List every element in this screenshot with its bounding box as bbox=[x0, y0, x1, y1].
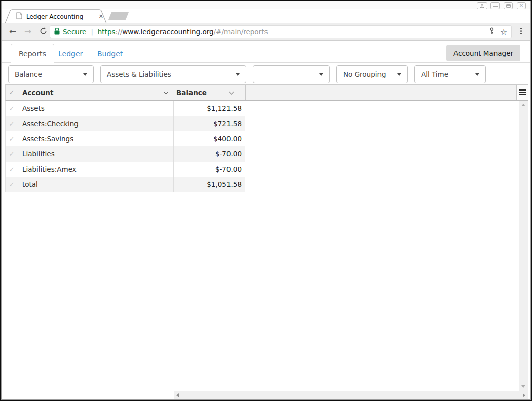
browser-tab[interactable]: Ledger Accounting ✕ bbox=[16, 12, 103, 21]
table-row[interactable]: ✓ Liabilities:Amex $-70.00 bbox=[6, 162, 245, 177]
tab-budget[interactable]: Budget bbox=[90, 44, 130, 63]
row-select-cell[interactable]: ✓ bbox=[6, 116, 18, 131]
time-range-select[interactable]: All Time bbox=[414, 65, 486, 83]
balance-cell: $1,051.58 bbox=[174, 177, 245, 192]
profile-button[interactable] bbox=[477, 2, 487, 9]
account-cell: Liabilities:Amex bbox=[18, 162, 174, 177]
table-header: ✓ Account Balance bbox=[5, 84, 528, 101]
bookmark-star-icon[interactable]: ☆ bbox=[500, 27, 507, 37]
app-nav: Reports Ledger Budget Account Manager bbox=[1, 44, 531, 63]
account-cell: Liabilities bbox=[18, 146, 174, 162]
column-header-account[interactable]: Account bbox=[18, 85, 174, 100]
page-icon bbox=[16, 12, 22, 21]
column-header-balance[interactable]: Balance bbox=[174, 85, 246, 100]
row-select-cell[interactable]: ✓ bbox=[6, 162, 18, 177]
url-separator: | bbox=[91, 28, 93, 36]
accounts-value: Assets & Liabilities bbox=[107, 70, 171, 78]
check-icon: ✓ bbox=[9, 105, 15, 112]
balance-cell: $721.58 bbox=[174, 116, 245, 131]
balance-cell: $-70.00 bbox=[174, 162, 245, 177]
browser-window: ✕ Ledger Accounting ✕ ← → Secure | https… bbox=[0, 0, 532, 401]
dropdown-caret-icon bbox=[236, 73, 240, 76]
grouping-value: No Grouping bbox=[343, 70, 386, 78]
check-icon: ✓ bbox=[9, 150, 15, 158]
report-type-value: Balance bbox=[15, 70, 42, 78]
account-cell: Assets:Checking bbox=[18, 116, 174, 131]
sort-chevron-icon[interactable] bbox=[229, 90, 234, 95]
browser-toolbar: ← → Secure | https://www.ledgeraccountin… bbox=[1, 23, 531, 41]
column-label: Balance bbox=[176, 89, 207, 97]
table-row-total[interactable]: ✓ total $1,051.58 bbox=[6, 177, 245, 192]
header-filler bbox=[246, 85, 517, 100]
dropdown-caret-icon bbox=[83, 73, 87, 76]
check-icon: ✓ bbox=[9, 181, 15, 188]
account-cell: Assets:Savings bbox=[18, 131, 174, 146]
row-select-cell[interactable]: ✓ bbox=[6, 131, 18, 146]
url-text[interactable]: https://www.ledgeraccounting.org/#/main/… bbox=[98, 28, 489, 36]
table-row[interactable]: ✓ Assets:Savings $400.00 bbox=[6, 131, 245, 146]
url-scheme-sep: :// bbox=[116, 28, 123, 36]
filter-bar: Balance Assets & Liabilities No Grouping… bbox=[8, 65, 486, 83]
url-path: /#/main/reports bbox=[214, 28, 268, 36]
accounts-select[interactable]: Assets & Liabilities bbox=[100, 65, 246, 83]
scroll-up-icon[interactable] bbox=[521, 104, 525, 106]
maximize-button[interactable] bbox=[504, 2, 513, 9]
browser-menu-icon[interactable] bbox=[520, 28, 522, 34]
lock-icon bbox=[54, 27, 60, 37]
app-content: Reports Ledger Budget Account Manager Ba… bbox=[1, 41, 531, 399]
tab-close-icon[interactable]: ✕ bbox=[99, 13, 103, 20]
column-label: Account bbox=[22, 89, 53, 97]
balance-cell: $-70.00 bbox=[174, 146, 245, 162]
window-close-icon: ✕ bbox=[519, 3, 523, 8]
window-close-button[interactable]: ✕ bbox=[517, 2, 526, 9]
back-icon[interactable]: ← bbox=[5, 27, 20, 36]
time-range-value: All Time bbox=[421, 70, 448, 78]
url-host: www.ledgeraccounting.org bbox=[122, 28, 213, 36]
tab-strip: Ledger Accounting ✕ bbox=[1, 9, 531, 23]
empty-select[interactable] bbox=[253, 65, 330, 83]
grouping-select[interactable]: No Grouping bbox=[336, 65, 408, 83]
account-manager-button[interactable]: Account Manager bbox=[446, 45, 520, 61]
maximize-icon bbox=[506, 4, 511, 8]
table-row[interactable]: ✓ Assets $1,121.58 bbox=[6, 101, 245, 116]
scroll-left-icon[interactable] bbox=[176, 393, 179, 397]
dropdown-caret-icon bbox=[319, 73, 323, 76]
horizontal-scrollbar[interactable] bbox=[174, 391, 528, 399]
balance-cell: $400.00 bbox=[174, 131, 245, 146]
scroll-down-icon[interactable] bbox=[521, 385, 525, 388]
account-cell: Assets bbox=[18, 101, 174, 116]
table-row[interactable]: ✓ Assets:Checking $721.58 bbox=[6, 116, 245, 131]
account-cell: total bbox=[18, 177, 174, 192]
check-icon: ✓ bbox=[9, 89, 15, 96]
report-type-select[interactable]: Balance bbox=[8, 65, 94, 83]
hamburger-icon bbox=[519, 89, 526, 95]
check-icon: ✓ bbox=[9, 120, 15, 128]
vertical-scrollbar[interactable] bbox=[519, 101, 528, 391]
select-all-cell[interactable]: ✓ bbox=[6, 85, 18, 100]
balance-cell: $1,121.58 bbox=[174, 101, 245, 116]
url-bar[interactable]: Secure | https://www.ledgeraccounting.or… bbox=[50, 25, 512, 38]
row-select-cell[interactable]: ✓ bbox=[6, 101, 18, 116]
scroll-right-icon[interactable] bbox=[523, 393, 525, 397]
secure-label: Secure bbox=[63, 28, 86, 36]
check-icon: ✓ bbox=[9, 166, 15, 173]
tab-ledger[interactable]: Ledger bbox=[51, 44, 90, 63]
key-icon[interactable] bbox=[489, 27, 495, 37]
tab-reports[interactable]: Reports bbox=[11, 44, 54, 63]
new-tab-button[interactable] bbox=[108, 12, 129, 20]
tab-title: Ledger Accounting bbox=[26, 13, 95, 20]
url-scheme: https bbox=[98, 28, 116, 36]
dropdown-caret-icon bbox=[397, 73, 401, 76]
table-body: ✓ Assets $1,121.58 ✓ Assets:Checking $72… bbox=[5, 101, 245, 192]
sort-chevron-icon[interactable] bbox=[164, 90, 169, 95]
titlebar[interactable]: ✕ bbox=[1, 1, 531, 9]
grid-menu-button[interactable] bbox=[517, 85, 528, 100]
check-icon: ✓ bbox=[9, 135, 15, 143]
row-select-cell[interactable]: ✓ bbox=[6, 146, 18, 162]
row-select-cell[interactable]: ✓ bbox=[6, 177, 18, 192]
minimize-button[interactable] bbox=[490, 2, 500, 9]
table-row[interactable]: ✓ Liabilities $-70.00 bbox=[6, 146, 245, 162]
reload-icon[interactable] bbox=[35, 27, 51, 36]
minimize-icon bbox=[493, 5, 498, 7]
dropdown-caret-icon bbox=[475, 73, 479, 76]
